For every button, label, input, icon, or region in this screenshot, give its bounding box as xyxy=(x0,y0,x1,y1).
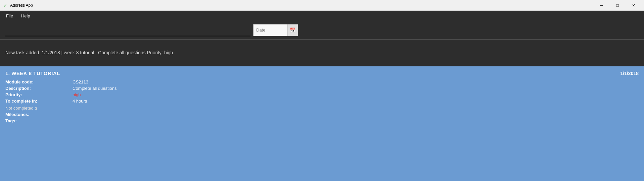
date-input-wrapper: 📅 xyxy=(253,24,298,36)
task-item: 1. WEEK 8 TUTORIAL 1/1/2018 Module code:… xyxy=(5,70,639,123)
task-date: 1/1/2018 xyxy=(620,71,639,76)
description-label: Description: xyxy=(5,86,73,91)
status-value: Not completed :( xyxy=(5,106,639,111)
task-header: 1. WEEK 8 TUTORIAL 1/1/2018 xyxy=(5,70,639,76)
task-fields: Module code: CS2113 Description: Complet… xyxy=(5,79,639,123)
task-input[interactable] xyxy=(5,24,250,36)
module-code-value: CS2113 xyxy=(73,79,639,84)
menu-file[interactable]: File xyxy=(3,12,16,20)
app-title: Address App xyxy=(10,3,592,8)
app-icon: ✓ xyxy=(3,3,8,8)
date-input[interactable] xyxy=(254,24,287,36)
tags-label: Tags: xyxy=(5,118,73,123)
to-complete-in-value: 4 hours xyxy=(73,99,639,104)
task-number-title: 1. WEEK 8 TUTORIAL xyxy=(5,70,60,76)
minimize-button[interactable]: ─ xyxy=(594,0,609,11)
calendar-button[interactable]: 📅 xyxy=(287,24,298,36)
window-controls: ─ □ ✕ xyxy=(594,0,641,11)
module-code-label: Module code: xyxy=(5,79,73,84)
task-number: 1. xyxy=(5,70,10,76)
task-title: WEEK 8 TUTORIAL xyxy=(11,70,60,76)
priority-value: high xyxy=(73,92,639,97)
input-area: 📅 xyxy=(0,21,644,40)
menu-bar: File Help xyxy=(0,11,644,21)
milestones-value xyxy=(73,112,639,117)
status-text: New task added: 1/1/2018 | week 8 tutori… xyxy=(5,50,173,55)
description-value: Complete all questions xyxy=(73,86,639,91)
title-bar: ✓ Address App ─ □ ✕ xyxy=(0,0,644,11)
tags-value xyxy=(73,118,639,123)
to-complete-in-label: To complete in: xyxy=(5,99,73,104)
task-list-area: 1. WEEK 8 TUTORIAL 1/1/2018 Module code:… xyxy=(0,66,644,181)
calendar-icon: 📅 xyxy=(290,27,295,33)
close-button[interactable]: ✕ xyxy=(626,0,641,11)
maximize-button[interactable]: □ xyxy=(610,0,625,11)
priority-label: Priority: xyxy=(5,92,73,97)
status-area: New task added: 1/1/2018 | week 8 tutori… xyxy=(0,40,644,66)
milestones-label: Milestones: xyxy=(5,112,73,117)
menu-help[interactable]: Help xyxy=(18,12,34,20)
